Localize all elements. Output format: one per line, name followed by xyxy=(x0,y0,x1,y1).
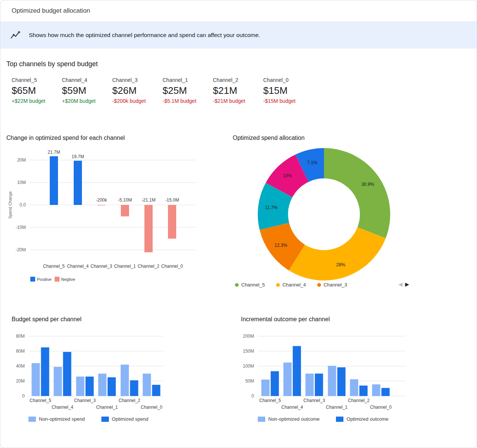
y-tick-label: 40M xyxy=(16,363,25,369)
header: Optimized budget allocation xyxy=(0,0,477,21)
budget_spend-bar-Channel_5 xyxy=(32,363,40,396)
x-tick-label: Channel_0 xyxy=(141,405,162,410)
channel-card-value: $26M xyxy=(112,85,163,96)
y-tick-label: 20M xyxy=(17,157,26,163)
budget_spend-bar-Channel_4 xyxy=(63,352,71,396)
y-tick-label: 10M xyxy=(17,180,26,185)
channel-card-Channel_2: Channel_2$21M-$21M budget xyxy=(213,77,263,104)
y-tick-label: 80M xyxy=(16,334,25,339)
x-tick-label: Channel_2 xyxy=(138,264,159,269)
y-axis-title: Spend Change xyxy=(8,191,12,218)
optimized-budget-allocation-panel: Optimized budget allocation Shows how mu… xyxy=(0,0,477,448)
spend-allocation-chart-title: Optimized spend allocation xyxy=(233,135,305,141)
x-tick-label: Channel_5 xyxy=(43,264,65,269)
bar-value-label: 19.7M xyxy=(71,154,84,159)
legend-item-Optimized spend: Optimized spend xyxy=(101,416,149,422)
legend-label: Channel_5 xyxy=(241,282,265,288)
channel-card-name: Channel_1 xyxy=(163,77,213,83)
x-tick-label: Channel_3 xyxy=(91,264,112,269)
legend-label: Non-optimized outcome xyxy=(268,416,319,422)
x-tick-label: Channel_1 xyxy=(96,405,118,410)
channel-card-Channel_4: Channel_4$59M+$20M budget xyxy=(62,77,113,104)
pie-slice-28% xyxy=(289,227,386,280)
y-tick-label: 20M xyxy=(16,378,25,384)
spend-allocation-donut-chart: 30.9%28%12.3%11.7%10%7.1% xyxy=(233,144,418,283)
channel-card-value: $65M xyxy=(12,85,62,96)
top-channels-title: Top channels by spend budget xyxy=(6,60,98,68)
channel-card-delta: +$22M budget xyxy=(12,98,62,104)
budget-spend-chart-title: Budget spend per channel xyxy=(12,316,82,323)
y-tick-label: 0 xyxy=(251,393,254,399)
legend-swatch xyxy=(276,283,280,287)
budget_spend-bar-Channel_1 xyxy=(98,374,107,396)
pie-slice-label: 10% xyxy=(283,173,292,178)
budget_spend-bar-Channel_4 xyxy=(54,367,62,396)
insights-icon xyxy=(10,30,21,41)
legend-label: Non-optimized spend xyxy=(39,416,85,422)
y-tick-label: -20M xyxy=(16,247,26,252)
y-tick-label: -10M xyxy=(16,225,26,230)
budget_spend-bar-Channel_3 xyxy=(86,377,94,396)
channel-card-name: Channel_5 xyxy=(12,77,62,83)
y-tick-label: 0.0 xyxy=(19,202,26,208)
incremental-outcome-chart: 050M100M150M200MChannel_5Channel_4Channe… xyxy=(240,329,412,413)
incremental_outcome-bar-Channel_3 xyxy=(315,374,323,396)
budget_spend-bar-Channel_3 xyxy=(76,377,85,396)
incremental_outcome-bar-Channel_5 xyxy=(271,371,279,396)
spend-change-bar-Channel_5 xyxy=(50,156,58,205)
budget_spend-bar-Channel_0 xyxy=(152,385,160,396)
legend-label: Negtive xyxy=(61,277,75,282)
budget-spend-chart: 020M40M60M80MChannel_5Channel_4Channel_3… xyxy=(6,329,182,413)
incremental_outcome-bar-Channel_5 xyxy=(262,380,270,396)
spend-allocation-legend: Channel_5Channel_4Channel_3 xyxy=(235,282,347,288)
pie-slice-label: 7.1% xyxy=(307,160,318,165)
bar-value-label: 21.7M xyxy=(48,150,60,155)
incremental_outcome-bar-Channel_2 xyxy=(360,386,368,396)
y-tick-label: 0 xyxy=(22,393,25,399)
page-title: Optimized budget allocation xyxy=(12,7,90,15)
spend-change-bar-Channel_1 xyxy=(121,205,129,217)
bar-value-label: -200k xyxy=(96,197,107,203)
incremental_outcome-bar-Channel_0 xyxy=(382,388,390,396)
channel-card-delta: -$15M budget xyxy=(263,98,314,104)
pie-slice-label: 12.3% xyxy=(275,243,287,248)
legend-next-button[interactable]: ▶ xyxy=(405,281,409,287)
legend-swatch xyxy=(235,283,239,287)
incremental_outcome-bar-Channel_4 xyxy=(293,346,301,396)
spend-change-legend: PositiveNegtive xyxy=(30,277,75,282)
x-tick-label: Channel_5 xyxy=(259,398,281,403)
channel-card-delta: -$200k budget xyxy=(112,98,163,104)
x-tick-label: Channel_4 xyxy=(52,405,73,410)
legend-prev-button[interactable]: ◀ xyxy=(398,281,403,287)
channel-card-Channel_5: Channel_5$65M+$22M budget xyxy=(12,77,62,104)
legend-item-Channel_4: Channel_4 xyxy=(276,282,306,288)
spend-change-bar-Channel_3 xyxy=(97,205,106,205)
channel-card-delta: -$5.1M budget xyxy=(163,98,213,104)
incremental_outcome-bar-Channel_2 xyxy=(350,379,358,396)
channel-card-Channel_0: Channel_0$15M-$15M budget xyxy=(263,77,314,104)
legend-label: Channel_3 xyxy=(324,282,347,288)
pie-slice-label: 11.7% xyxy=(265,205,278,210)
x-tick-label: Channel_2 xyxy=(119,398,140,403)
spend-change-chart-title: Change in optimized spend for each chann… xyxy=(6,135,125,141)
legend-item-Channel_5: Channel_5 xyxy=(235,282,265,288)
channel-card-Channel_3: Channel_3$26M-$200k budget xyxy=(112,77,163,104)
legend-label: Optimized spend xyxy=(112,416,149,422)
pie-slice-label: 30.9% xyxy=(361,182,374,187)
legend-swatch xyxy=(101,417,109,422)
legend-item-Non-optimized outcome: Non-optimized outcome xyxy=(258,416,319,422)
legend-item-Negtive: Negtive xyxy=(55,277,75,282)
x-tick-label: Channel_1 xyxy=(326,405,348,410)
budget_spend-bar-Channel_0 xyxy=(143,374,151,396)
top-channels-cards: Channel_5$65M+$22M budgetChannel_4$59M+$… xyxy=(12,77,314,104)
channel-card-value: $25M xyxy=(163,85,213,96)
x-tick-label: Channel_3 xyxy=(303,398,325,403)
x-tick-label: Channel_2 xyxy=(348,398,370,403)
channel-card-name: Channel_0 xyxy=(263,77,314,83)
channel-card-name: Channel_2 xyxy=(213,77,263,83)
incremental_outcome-bar-Channel_4 xyxy=(284,362,292,396)
channel-card-Channel_1: Channel_1$25M-$5.1M budget xyxy=(163,77,213,104)
x-tick-label: Channel_5 xyxy=(30,398,51,403)
bar-value-label: -21.1M xyxy=(141,197,155,203)
channel-card-value: $21M xyxy=(213,85,263,96)
